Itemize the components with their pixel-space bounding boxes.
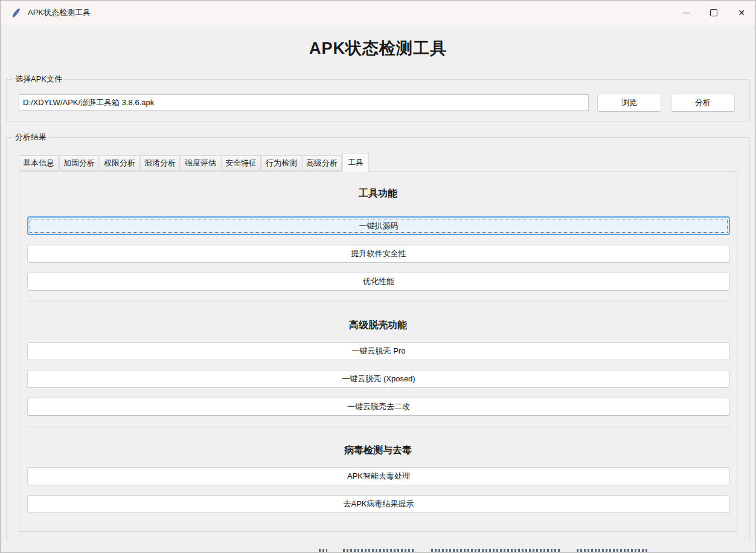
browse-button[interactable]: 浏览 [597,94,661,112]
section-heading-virus: 病毒检测与去毒 [19,443,737,458]
maximize-button[interactable] [700,1,728,25]
minimize-icon [683,13,690,13]
tab-behavior-detection[interactable]: 行为检测 [261,155,301,171]
extract-source-button[interactable]: 一键扒源码 [27,216,730,235]
analysis-results-group: 分析结果 基本信息 加固分析 权限分析 混淆分析 强度评估 安全特征 行为检测 … [6,137,750,540]
file-select-group: 选择APK文件 浏览 分析 [6,79,750,121]
tab-obfuscation-analysis[interactable]: 混淆分析 [140,155,180,171]
apk-devirus-button[interactable]: APK智能去毒处理 [27,467,730,485]
tab-advanced-analysis[interactable]: 高级分析 [302,155,342,171]
results-tab-strip: 基本信息 加固分析 权限分析 混淆分析 强度评估 安全特征 行为检测 高级分析 … [19,152,370,171]
close-button[interactable]: ✕ [728,1,755,25]
python-feather-icon [11,8,21,18]
cloud-unpack-xposed-button[interactable]: 一键云脱壳 (Xposed) [27,370,730,388]
improve-security-button[interactable]: 提升软件安全性 [27,245,730,263]
close-icon: ✕ [738,8,745,17]
cloud-unpack-pro-button[interactable]: 一键云脱壳 Pro [27,342,730,360]
tools-panel: 工具功能 一键扒源码 提升软件安全性 优化性能 高级脱壳功能 一键云脱壳 Pro… [19,171,737,532]
file-select-group-label: 选择APK文件 [13,74,65,84]
tab-permission-analysis[interactable]: 权限分析 [100,155,139,171]
section-divider [27,302,730,302]
tab-strength-evaluation[interactable]: 强度评估 [181,155,220,171]
section-heading-advanced-unpack: 高级脱壳功能 [19,318,737,332]
tab-hardening-analysis[interactable]: 加固分析 [59,155,99,171]
window-title: APK状态检测工具 [28,7,91,18]
clipped-status-text [319,549,669,553]
section-divider [27,427,730,427]
maximize-icon [710,9,717,16]
optimize-performance-button[interactable]: 优化性能 [27,273,730,291]
analysis-results-group-label: 分析结果 [13,132,49,142]
tab-security-features[interactable]: 安全特征 [221,155,261,171]
window-controls: ✕ [672,1,755,25]
app-window: { "window": { "title": "APK状态检测工具" }, "h… [0,0,756,553]
analyze-button[interactable]: 分析 [671,94,735,112]
section-heading-tools: 工具功能 [19,186,737,201]
cloud-unpack-remove-mod-button[interactable]: 一键云脱壳去二改 [27,398,730,416]
page-title: APK状态检测工具 [0,37,756,59]
titlebar: APK状态检测工具 ✕ [1,1,755,25]
tab-basic-info[interactable]: 基本信息 [19,155,59,171]
remove-virus-alert-button[interactable]: 去APK病毒结果提示 [27,495,730,513]
apk-path-input[interactable] [19,94,589,111]
tab-tools[interactable]: 工具 [342,153,369,172]
minimize-button[interactable] [672,1,700,25]
